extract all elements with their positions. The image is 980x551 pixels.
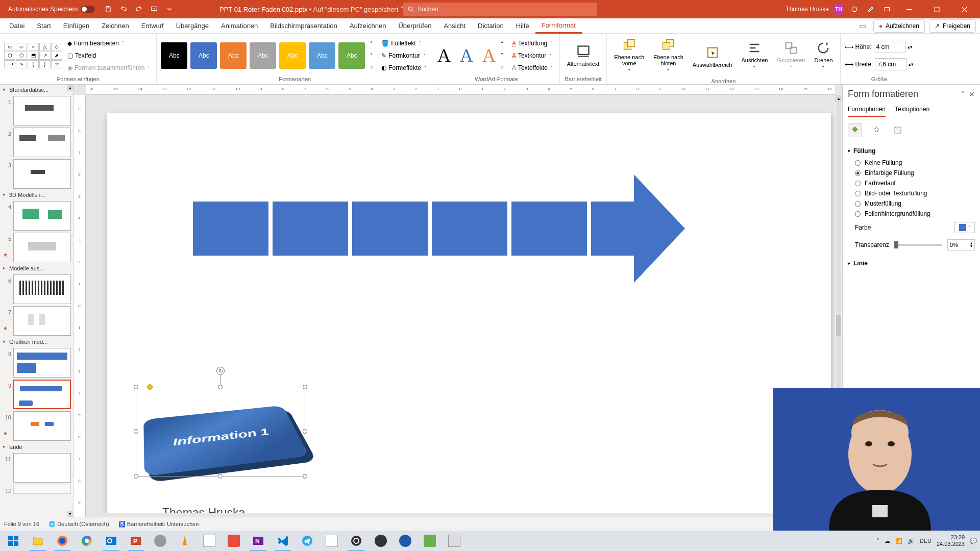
wordart-style-1[interactable]: A bbox=[437, 45, 451, 66]
close-button[interactable] bbox=[952, 0, 976, 18]
tab-ueberpruefen[interactable]: Überprüfen bbox=[392, 18, 437, 34]
slide-thumb-1[interactable]: 1 bbox=[0, 95, 73, 127]
vscode-icon[interactable] bbox=[272, 531, 294, 551]
transparency-slider[interactable] bbox=[894, 244, 942, 246]
wordart-style-2[interactable]: A bbox=[460, 45, 473, 66]
user-avatar[interactable]: TH bbox=[833, 4, 844, 15]
tab-formformat[interactable]: Formformat bbox=[535, 18, 582, 34]
shape-style-7[interactable]: Abc bbox=[338, 42, 365, 69]
fill-section-header[interactable]: Füllung bbox=[848, 144, 975, 158]
size-category-icon[interactable] bbox=[891, 123, 905, 137]
selection-pane-button[interactable]: Auswahlbereich bbox=[690, 43, 736, 70]
task-pane-close-icon[interactable]: ✕ bbox=[969, 90, 975, 98]
shape-effects-button[interactable]: ◐Formeffekte˅ bbox=[379, 62, 429, 73]
vlc-icon[interactable] bbox=[174, 531, 196, 551]
app-icon-8[interactable] bbox=[370, 531, 392, 551]
slide-editor[interactable]: 1615141312111098765432101234567891011121… bbox=[74, 85, 842, 517]
styles-expand-icon[interactable]: ≡ bbox=[370, 64, 373, 70]
shape-style-5[interactable]: Abc bbox=[279, 42, 306, 69]
onenote-icon[interactable]: N bbox=[247, 531, 270, 551]
section-header-3[interactable]: Modelle aus... bbox=[0, 263, 73, 273]
tab-start[interactable]: Start bbox=[31, 18, 57, 34]
more-commands-icon[interactable] bbox=[163, 3, 176, 15]
outlook-icon[interactable] bbox=[100, 531, 122, 551]
text-effects-button[interactable]: ATexteffekte˅ bbox=[510, 62, 555, 73]
text-outline-button[interactable]: A̲Textkontur˅ bbox=[510, 50, 555, 61]
selection-handle[interactable] bbox=[134, 429, 138, 434]
selection-handle[interactable] bbox=[218, 385, 223, 389]
slide-thumb-7[interactable]: 7★ bbox=[0, 305, 73, 337]
obs-icon[interactable] bbox=[345, 531, 368, 551]
tab-bildschirmpraesentation[interactable]: Bildschirmpräsentation bbox=[264, 18, 344, 34]
text-box-button[interactable]: ▢Textfeld bbox=[65, 50, 152, 61]
record-button[interactable]: ●Aufzeichnen bbox=[873, 19, 925, 33]
slide-thumb-9[interactable]: 9 bbox=[0, 379, 73, 410]
file-explorer-icon[interactable] bbox=[27, 531, 49, 551]
app-icon-6[interactable] bbox=[321, 531, 343, 551]
effects-category-icon[interactable] bbox=[869, 123, 884, 137]
minimize-button[interactable] bbox=[897, 0, 921, 18]
section-header-4[interactable]: Grafiken mod... bbox=[0, 337, 73, 347]
system-tray[interactable]: ˄ ☁ 📶 🔊 DEU 23:29 24.03.2023 💬 bbox=[876, 534, 977, 547]
search-box[interactable]: Suchen bbox=[403, 3, 597, 16]
present-from-start-icon[interactable] bbox=[148, 3, 160, 15]
clock[interactable]: 23:29 24.03.2023 bbox=[937, 534, 965, 547]
shape-style-3[interactable]: Abc bbox=[220, 42, 247, 69]
app-icon-4[interactable] bbox=[223, 531, 245, 551]
shape-fill-button[interactable]: 🪣Fülleffekt˅ bbox=[379, 38, 429, 49]
tab-entwurf[interactable]: Entwurf bbox=[135, 18, 170, 34]
bring-forward-button[interactable]: Ebene nach vorne˅ bbox=[611, 36, 647, 77]
adjustment-handle[interactable] bbox=[146, 384, 153, 390]
section-header-1[interactable]: Standardabsc... bbox=[0, 85, 73, 95]
slide-thumb-11[interactable]: 11 bbox=[0, 452, 73, 484]
rotate-button[interactable]: Drehen˅ bbox=[811, 39, 836, 74]
shape-style-1[interactable]: Abc bbox=[161, 42, 187, 69]
firefox-icon[interactable] bbox=[51, 531, 74, 551]
send-backward-button[interactable]: Ebene nach hinten˅ bbox=[650, 36, 687, 77]
ime-indicator[interactable]: DEU bbox=[920, 538, 932, 544]
fill-none-radio[interactable]: Keine Füllung bbox=[848, 158, 975, 168]
shapes-gallery[interactable]: ▭▱○△◇ ⬡⬠⬒↗⬈ ⟶∿{}☆ bbox=[4, 43, 62, 68]
redo-icon[interactable] bbox=[133, 3, 145, 15]
fill-line-category-icon[interactable] bbox=[848, 123, 862, 137]
line-section-header[interactable]: Linie bbox=[848, 257, 975, 270]
app-icon-1[interactable] bbox=[149, 531, 172, 551]
shape-style-6[interactable]: Abc bbox=[309, 42, 335, 69]
tab-aufzeichnen[interactable]: Aufzeichnen bbox=[344, 18, 393, 34]
selection-handle[interactable] bbox=[303, 429, 307, 434]
rotate-handle-icon[interactable] bbox=[216, 367, 225, 375]
language-indicator[interactable]: 🌐 Deutsch (Österreich) bbox=[48, 521, 109, 528]
tab-hilfe[interactable]: Hilfe bbox=[510, 18, 535, 34]
autosave-toggle[interactable]: Automatisches Speichern bbox=[4, 6, 99, 13]
text-fill-button[interactable]: ATextfüllung˅ bbox=[510, 38, 555, 49]
app-icon-9[interactable] bbox=[394, 531, 416, 551]
coming-soon-icon[interactable] bbox=[848, 3, 861, 15]
slide-thumb-4[interactable]: 4 bbox=[0, 200, 73, 232]
slide-thumb-12[interactable]: 12 bbox=[0, 484, 73, 495]
undo-icon[interactable] bbox=[117, 3, 130, 15]
volume-icon[interactable]: 🔊 bbox=[908, 538, 915, 544]
app-icon-11[interactable] bbox=[443, 531, 465, 551]
canvas[interactable]: Information 1 Thomas Hruska bbox=[89, 97, 835, 513]
selection-handle[interactable] bbox=[134, 474, 138, 479]
selection-handle[interactable] bbox=[303, 474, 307, 479]
thumb-scroll-down-icon[interactable]: ▾ bbox=[67, 511, 73, 517]
arrow-smartart[interactable] bbox=[193, 174, 685, 283]
tab-zeichnen[interactable]: Zeichnen bbox=[95, 18, 135, 34]
width-input[interactable] bbox=[875, 58, 906, 70]
fill-slidebg-radio[interactable]: Folienhintergrundfüllung bbox=[848, 209, 975, 219]
slide-counter[interactable]: Folie 9 von 16 bbox=[4, 521, 39, 527]
tab-einfuegen[interactable]: Einfügen bbox=[57, 18, 95, 34]
maximize-button[interactable] bbox=[925, 0, 948, 18]
section-header-2[interactable]: 3D Modelle i... bbox=[0, 190, 73, 200]
accessibility-checker[interactable]: ♿ Barrierefreiheit: Untersuchen bbox=[118, 521, 199, 528]
align-button[interactable]: Ausrichten˅ bbox=[738, 39, 771, 74]
onedrive-icon[interactable]: ☁ bbox=[885, 538, 890, 544]
slide[interactable]: Information 1 Thomas Hruska bbox=[107, 113, 831, 513]
ribbon-display-icon[interactable] bbox=[881, 3, 893, 15]
tab-animationen[interactable]: Animationen bbox=[215, 18, 264, 34]
fill-color-button[interactable]: ˅ bbox=[954, 222, 975, 233]
selection-handle[interactable] bbox=[134, 385, 138, 389]
slide-thumb-2[interactable]: 2 bbox=[0, 127, 73, 158]
transparency-input[interactable]: 0%▴▾ bbox=[947, 239, 975, 251]
